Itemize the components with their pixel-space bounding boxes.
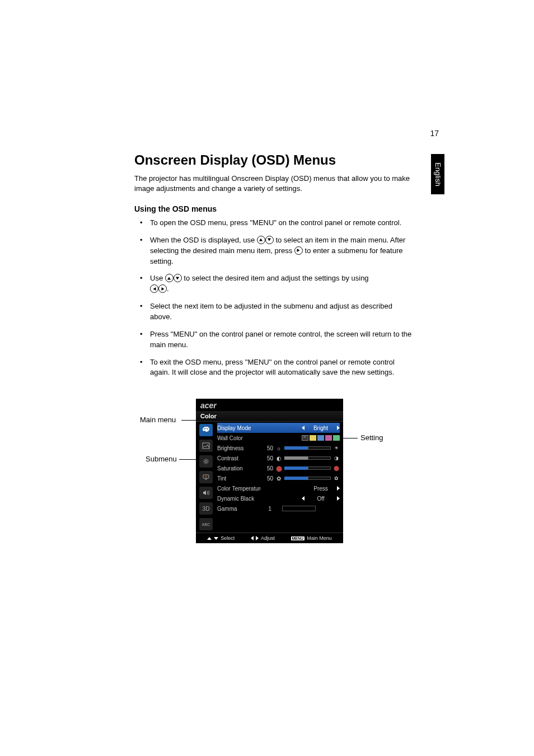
management-icon[interactable] <box>199 471 213 483</box>
color-icon[interactable] <box>199 424 213 436</box>
callout-submenu: Submenu <box>146 455 177 463</box>
left-arrow-icon[interactable] <box>302 496 305 501</box>
bullet-adjust: Use to select the desired item and adjus… <box>134 273 414 295</box>
saturation-slider[interactable] <box>284 466 331 470</box>
svg-point-0 <box>204 428 205 430</box>
dynamic-black-value: Off <box>307 496 335 502</box>
right-arrow-icon[interactable] <box>337 486 340 491</box>
osd-main-menu-icons: 3D ABC <box>196 422 216 533</box>
osd-body: 3D ABC Display Mode Bright Wall Color <box>196 422 343 533</box>
osd-brand: acer <box>196 399 343 411</box>
row-color-temperature[interactable]: Color Temperature Press <box>217 483 340 493</box>
menu-key-icon: MENU <box>291 536 305 540</box>
brightness-slider[interactable] <box>284 446 331 450</box>
svg-point-1 <box>205 428 207 429</box>
row-wall-color[interactable]: Wall Color <box>217 433 340 443</box>
instruction-list: To open the OSD menu, press "MENU" on th… <box>134 218 414 378</box>
language-tab-label: English <box>434 162 442 186</box>
bullet-next-item: Select the next item to be adjusted in t… <box>134 301 414 323</box>
brightness-low-icon: ☼ <box>275 445 282 451</box>
contrast-low-icon: ◐ <box>275 455 282 461</box>
saturation-low-icon: ⬤ <box>275 465 282 472</box>
svg-point-2 <box>207 428 208 430</box>
bullet-exit: To exit the OSD menu, press "MENU" on th… <box>134 357 414 379</box>
wall-color-swatches <box>263 435 340 441</box>
up-icon <box>257 236 265 244</box>
bullet-return: Press "MENU" on the control panel or rem… <box>134 329 414 351</box>
language-icon[interactable]: ABC <box>199 518 213 530</box>
row-contrast[interactable]: Contrast 50 ◐ ◑ <box>217 453 340 463</box>
osd-footer: Select Adjust MENU Main Menu <box>196 533 343 543</box>
saturation-high-icon: ⬤ <box>333 465 340 471</box>
content-area: Onscreen Display (OSD) Menus The project… <box>134 152 414 385</box>
down-arrow-icon <box>214 537 218 540</box>
swatch-none[interactable] <box>302 435 308 441</box>
row-brightness[interactable]: Brightness 50 ☼ ☀ <box>217 443 340 453</box>
row-gamma[interactable]: Gamma 1 <box>217 503 340 514</box>
image-icon[interactable] <box>199 440 213 452</box>
contrast-slider[interactable] <box>284 456 331 460</box>
footer-main-menu: MENU Main Menu <box>291 535 332 541</box>
right-arrow-icon <box>256 536 259 540</box>
swatch-green[interactable] <box>333 435 340 441</box>
display-mode-value: Bright <box>307 425 335 431</box>
page-title: Onscreen Display (OSD) Menus <box>134 152 414 168</box>
up-icon <box>165 274 174 282</box>
swatch-pink[interactable] <box>325 435 332 441</box>
row-tint[interactable]: Tint 50 ✿ ✿ <box>217 473 340 483</box>
tint-slider[interactable] <box>284 477 331 480</box>
row-display-mode[interactable]: Display Mode Bright <box>217 423 340 433</box>
osd-submenu-rows: Display Mode Bright Wall Color Br <box>216 422 343 533</box>
osd-screenshot: acer Color 3D ABC Display Mode <box>196 399 343 543</box>
gamma-value: 1 <box>263 506 277 512</box>
tint-low-icon: ✿ <box>275 475 282 482</box>
threeD-icon[interactable]: 3D <box>199 502 213 515</box>
setting-icon[interactable] <box>199 455 213 468</box>
brightness-high-icon: ☀ <box>333 445 340 451</box>
down-icon <box>265 236 274 244</box>
callout-main-menu: Main menu <box>140 416 176 424</box>
footer-select: Select <box>207 535 235 541</box>
audio-icon[interactable] <box>199 487 213 499</box>
color-temp-value: Press <box>307 486 335 492</box>
up-arrow-icon <box>207 537 212 540</box>
right-icon <box>158 284 167 293</box>
tint-high-icon: ✿ <box>333 475 340 481</box>
left-arrow-icon[interactable] <box>302 426 305 430</box>
callout-line <box>342 438 358 438</box>
swatch-blue[interactable] <box>317 435 324 441</box>
right-arrow-icon[interactable] <box>337 426 340 430</box>
osd-title: Color <box>196 411 343 422</box>
footer-adjust: Adjust <box>251 535 275 541</box>
language-tab: English <box>431 154 444 194</box>
section-heading: Using the OSD menus <box>134 204 414 213</box>
swatch-yellow[interactable] <box>310 435 316 441</box>
contrast-high-icon: ◑ <box>333 455 340 461</box>
gamma-box <box>282 506 316 511</box>
bullet-open-menu: To open the OSD menu, press "MENU" on th… <box>134 218 414 228</box>
row-dynamic-black[interactable]: Dynamic Black Off <box>217 493 340 503</box>
left-arrow-icon <box>251 536 254 540</box>
right-arrow-icon[interactable] <box>337 496 340 501</box>
row-saturation[interactable]: Saturation 50 ⬤ ⬤ <box>217 463 340 473</box>
down-icon <box>174 274 182 282</box>
intro-text: The projector has multilingual Onscreen … <box>134 174 414 193</box>
callout-setting: Setting <box>360 433 383 442</box>
svg-point-6 <box>205 476 207 478</box>
page-number: 17 <box>430 129 439 138</box>
left-icon <box>150 284 158 293</box>
bullet-select-main: When the OSD is displayed, use to select… <box>134 235 414 267</box>
right-icon <box>294 246 303 255</box>
svg-point-4 <box>205 460 207 463</box>
